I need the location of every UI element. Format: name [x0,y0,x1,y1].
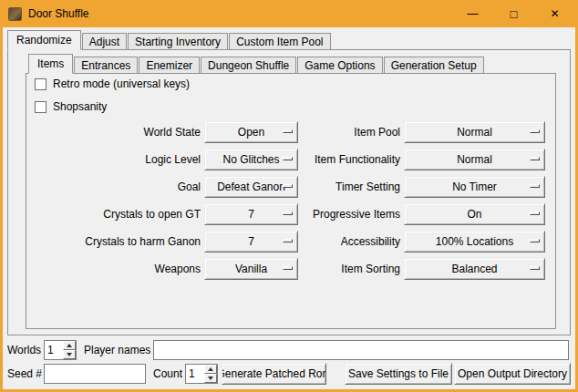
worlds-input[interactable] [45,341,63,359]
count-input[interactable] [186,365,204,383]
item-pool-dropdown[interactable]: Normal [404,121,545,143]
minimize-button[interactable]: — [452,0,493,27]
timer-setting-label: Timer Setting [302,181,400,193]
window-title: Door Shuffle [28,7,89,20]
minimize-icon: — [468,7,479,20]
worlds-down-button[interactable] [63,350,76,359]
weapons-dropdown[interactable]: Vanilla [204,258,298,280]
titlebar: Door Shuffle — □ ✕ [3,0,575,27]
generate-patched-rom-button[interactable]: Generate Patched Rom [222,363,326,385]
item-sorting-dropdown[interactable]: Balanced [404,258,545,280]
logic-level-dropdown[interactable]: No Glitches [204,149,298,170]
item-functionality-dropdown[interactable]: Normal [404,149,545,170]
accessibility-value: 100% Locations [436,235,513,248]
shopsanity-label: Shopsanity [53,100,107,113]
dropdown-indicator-icon [283,129,293,133]
player-names-label: Player names [84,344,150,356]
close-icon: ✕ [550,7,559,20]
world-state-label: World State [26,126,201,139]
up-arrow-icon [208,367,213,371]
count-spin-buttons [204,365,217,383]
items-tab-panel: Retro mode (universal keys) Shopsanity W… [26,73,556,329]
retro-mode-checkbox[interactable]: Retro mode (universal keys) [35,77,190,90]
down-arrow-icon [67,353,72,356]
tab-custom-item-pool[interactable]: Custom Item Pool [229,33,330,50]
dropdown-indicator-icon [530,211,540,215]
app-icon [8,7,22,21]
dropdown-indicator-icon [530,184,540,188]
crystals-ganon-dropdown[interactable]: 7 [204,231,298,253]
timer-setting-value: No Timer [452,181,497,193]
accessibility-dropdown[interactable]: 100% Locations [404,231,545,253]
crystals-gt-dropdown[interactable]: 7 [204,203,298,225]
weapons-label: Weapons [26,263,201,275]
maximize-icon: □ [511,7,518,21]
options-grid: World State Open Item Pool Normal Logic … [26,121,545,280]
progressive-items-dropdown[interactable]: On [404,203,545,225]
goal-label: Goal [26,181,201,193]
randomize-tab-panel: Items Entrances Enemizer Dungeon Shuffle… [7,49,571,335]
logic-level-label: Logic Level [26,153,201,166]
dropdown-indicator-icon [283,211,293,215]
goal-dropdown[interactable]: Defeat Ganon [204,176,298,198]
count-down-button[interactable] [204,374,217,383]
seed-label: Seed # [7,367,42,380]
tab-starting-inventory[interactable]: Starting Inventory [128,33,228,50]
save-settings-button[interactable]: Save Settings to File [345,363,452,385]
dropdown-indicator-icon [530,239,540,242]
item-functionality-value: Normal [457,153,492,166]
worlds-spin-buttons [63,341,76,359]
world-state-value: Open [238,126,264,139]
tab-randomize[interactable]: Randomize [7,30,81,50]
item-functionality-label: Item Functionality [302,153,400,166]
tab-game-options[interactable]: Game Options [297,57,382,74]
count-up-button[interactable] [204,365,217,374]
checkbox-icon [35,78,46,90]
weapons-value: Vanilla [235,263,267,275]
shopsanity-checkbox[interactable]: Shopsanity [35,100,107,113]
count-spinbox[interactable] [185,364,218,384]
worlds-up-button[interactable] [63,341,76,350]
goal-value: Defeat Ganon [217,181,285,193]
tab-generation-setup[interactable]: Generation Setup [384,57,484,74]
window-controls: — □ ✕ [452,0,575,27]
crystals-ganon-value: 7 [248,235,254,248]
dropdown-indicator-icon [283,157,293,160]
window-content: Randomize Adjust Starting Inventory Cust… [3,27,575,389]
tab-items[interactable]: Items [28,54,73,74]
dropdown-indicator-icon [283,239,293,242]
open-output-directory-button[interactable]: Open Output Directory [454,363,571,385]
crystals-ganon-label: Crystals to harm Ganon [26,235,201,248]
tab-adjust[interactable]: Adjust [82,33,127,50]
worlds-spinbox[interactable] [44,340,77,360]
window: Door Shuffle — □ ✕ Randomize Adjust Star… [0,0,578,392]
up-arrow-icon [67,344,72,347]
dropdown-indicator-icon [530,157,540,160]
dropdown-indicator-icon [283,266,293,270]
seed-input[interactable] [44,364,146,384]
crystals-gt-label: Crystals to open GT [26,208,201,221]
crystals-gt-value: 7 [248,208,254,221]
item-pool-value: Normal [457,126,492,139]
tab-enemizer[interactable]: Enemizer [139,57,200,74]
checkbox-icon [35,101,46,113]
logic-level-value: No Glitches [222,153,279,166]
progressive-items-label: Progressive Items [302,208,400,221]
accessibility-label: Accessibility [302,235,400,248]
maximize-button[interactable]: □ [493,0,534,27]
worlds-label: Worlds [7,344,41,356]
dropdown-indicator-icon [530,129,540,133]
close-button[interactable]: ✕ [534,0,575,27]
count-label: Count [153,367,182,380]
player-names-input[interactable] [153,340,569,360]
down-arrow-icon [208,377,213,380]
world-state-dropdown[interactable]: Open [204,121,298,143]
tab-dungeon-shuffle[interactable]: Dungeon Shuffle [201,57,296,74]
worlds-row: Worlds Player names [3,339,575,361]
item-pool-label: Item Pool [302,126,400,139]
seed-row: Seed # Count Generate Patched Rom Save S… [3,363,575,385]
sub-tab-bar: Items Entrances Enemizer Dungeon Shuffle… [28,54,485,74]
tab-entrances[interactable]: Entrances [74,57,138,74]
timer-setting-dropdown[interactable]: No Timer [404,176,545,198]
dropdown-indicator-icon [283,184,293,188]
